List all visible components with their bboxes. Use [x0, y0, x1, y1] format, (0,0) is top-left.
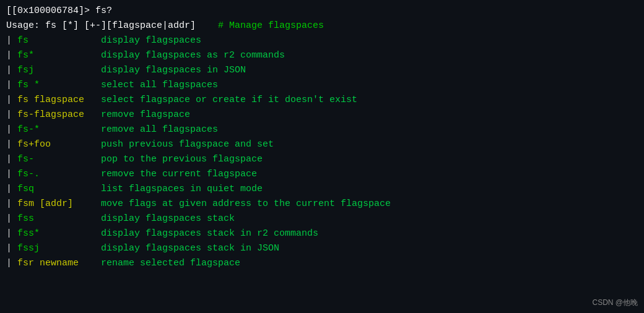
pipe-2: |	[6, 48, 17, 63]
pipe-5: |	[6, 93, 17, 108]
pipe-11: |	[6, 182, 17, 197]
row-fs-minus-flagspace: | fs-flagspace remove flagspace	[6, 108, 638, 122]
cmd-fsr: fsr newname	[17, 256, 95, 271]
row-fs-minus-star: | fs-* remove all flagspaces	[6, 122, 638, 137]
cmd-fs-minus-flagspace: fs-flagspace	[17, 108, 95, 122]
cmd-fsm: fsm [addr]	[17, 197, 95, 212]
pipe-16: |	[6, 256, 17, 271]
pipe-6: |	[6, 108, 17, 122]
desc-fss2: display flagspaces stack	[95, 212, 235, 226]
row-fs-dot: | fs-. remove the current flagspace	[6, 167, 638, 182]
prompt-line: [[0x100006784]> fs?	[6, 4, 638, 19]
cmd-fs: fs	[17, 33, 95, 48]
row-fss-star: | fss* display flagspaces stack in r2 co…	[6, 226, 638, 241]
cmd-fs-minus: fs-	[17, 152, 95, 167]
row-fss2: | fss display flagspaces stack	[6, 212, 638, 226]
row-fsj: | fsj display flagspaces in JSON	[6, 63, 638, 78]
desc-fs-dot: remove the current flagspace	[95, 167, 257, 182]
cmd-fssj: fssj	[17, 241, 95, 256]
usage-comment: # Manage flagspaces	[218, 19, 324, 33]
cmd-fs-dot: fs-.	[17, 167, 95, 182]
desc-fss-star: display flagspaces stack in r2 commands	[95, 226, 318, 241]
row-fs-minus: | fs- pop to the previous flagspace	[6, 152, 638, 167]
desc-fsm: move flags at given address to the curre…	[95, 197, 391, 212]
cmd-fss: fs*	[17, 48, 95, 63]
usage-text: Usage: fs [*] [+-][flagspace|addr]	[6, 19, 218, 33]
pipe-9: |	[6, 152, 17, 167]
cmd-fsj: fsj	[17, 63, 95, 78]
terminal: [[0x100006784]> fs? Usage: fs [*] [+-][f…	[0, 0, 644, 313]
desc-fs-star: select all flagspaces	[95, 78, 218, 93]
desc-fs-minus-flagspace: remove flagspace	[95, 108, 190, 122]
cmd-fs-minus-star: fs-*	[17, 122, 95, 137]
desc-fsq: list flagspaces in quiet mode	[95, 182, 263, 197]
row-fs-flagspace: | fs flagspace select flagspace or creat…	[6, 93, 638, 108]
pipe-13: |	[6, 212, 17, 226]
desc-fs-plus-foo: push previous flagspace and set	[95, 137, 274, 152]
row-fs-plus-foo: | fs+foo push previous flagspace and set	[6, 137, 638, 152]
pipe-4: |	[6, 78, 17, 93]
row-fsr: | fsr newname rename selected flagspace	[6, 256, 638, 271]
cmd-fs-plus-foo: fs+foo	[17, 137, 95, 152]
pipe-8: |	[6, 137, 17, 152]
row-fssj: | fssj display flagspaces stack in JSON	[6, 241, 638, 256]
pipe-7: |	[6, 122, 17, 137]
pipe-14: |	[6, 226, 17, 241]
row-fss: | fs* display flagspaces as r2 commands	[6, 48, 638, 63]
prompt-text: [[0x100006784]> fs?	[6, 4, 112, 19]
pipe-15: |	[6, 241, 17, 256]
desc-fs-flagspace: select flagspace or create if it doesn't…	[95, 93, 357, 108]
desc-fs-minus: pop to the previous flagspace	[95, 152, 263, 167]
desc-fssj: display flagspaces stack in JSON	[95, 241, 279, 256]
watermark: CSDN @他晚	[592, 298, 638, 308]
row-fsq: | fsq list flagspaces in quiet mode	[6, 182, 638, 197]
pipe-10: |	[6, 167, 17, 182]
desc-fsr: rename selected flagspace	[95, 256, 240, 271]
desc-fs: display flagspaces	[95, 33, 201, 48]
pipe-12: |	[6, 197, 17, 212]
cmd-fs-flagspace: fs flagspace	[17, 93, 95, 108]
pipe-3: |	[6, 63, 17, 78]
desc-fsj: display flagspaces in JSON	[95, 63, 246, 78]
row-fs-star: | fs * select all flagspaces	[6, 78, 638, 93]
cmd-fsq: fsq	[17, 182, 95, 197]
desc-fs-minus-star: remove all flagspaces	[95, 122, 218, 137]
row-fsm: | fsm [addr] move flags at given address…	[6, 197, 638, 212]
row-fs: | fs display flagspaces	[6, 33, 638, 48]
usage-line: Usage: fs [*] [+-][flagspace|addr] # Man…	[6, 19, 638, 33]
desc-fss: display flagspaces as r2 commands	[95, 48, 285, 63]
cmd-fss-star: fss*	[17, 226, 95, 241]
cmd-fs-star: fs *	[17, 78, 95, 93]
pipe-1: |	[6, 33, 17, 48]
cmd-fss2: fss	[17, 212, 95, 226]
